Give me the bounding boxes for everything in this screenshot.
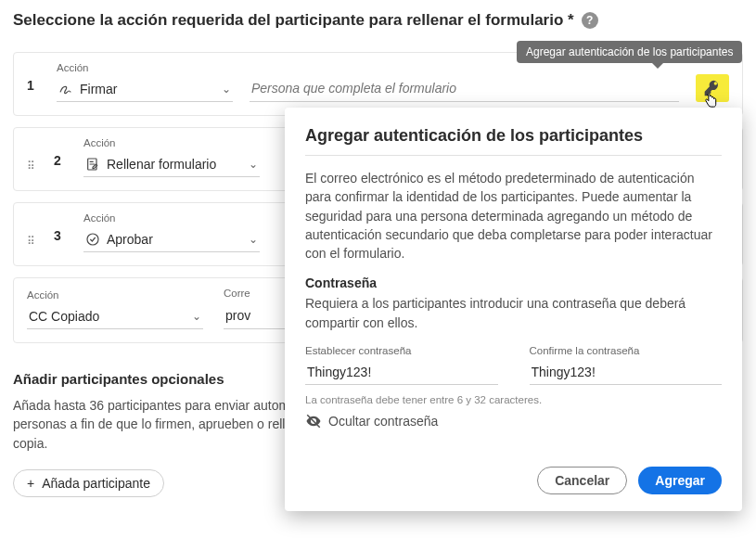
svg-point-1: [87, 234, 98, 245]
auth-tooltip: Agregar autenticación de los participant…: [517, 41, 742, 63]
add-participant-button[interactable]: + Añada participante: [13, 469, 164, 497]
cancel-button[interactable]: Cancelar: [537, 467, 627, 494]
action-value: Firmar: [80, 82, 117, 96]
password-hint: La contraseña debe tener entre 6 y 32 ca…: [305, 394, 722, 405]
approve-icon: [85, 232, 100, 247]
chevron-down-icon: ⌄: [192, 310, 201, 323]
action-select[interactable]: Rellenar formulario ⌄: [83, 152, 260, 177]
row-number: 3: [54, 228, 67, 252]
auth-key-button[interactable]: [696, 74, 729, 102]
eye-off-icon: [305, 413, 322, 429]
add-participant-label: Añada participante: [42, 476, 150, 491]
chevron-down-icon: ⌄: [249, 158, 258, 171]
set-password-label: Establecer contraseña: [305, 345, 498, 356]
hide-password-toggle[interactable]: Ocultar contraseña: [305, 413, 438, 429]
action-select[interactable]: CC Copiado ⌄: [27, 304, 203, 329]
participant-input[interactable]: [250, 75, 679, 102]
action-label: Acción: [27, 289, 203, 301]
form-fill-icon: [85, 157, 100, 172]
action-label: Acción: [57, 62, 233, 73]
confirm-password-input[interactable]: [530, 360, 723, 385]
row-number: 2: [54, 153, 67, 177]
action-value: Rellenar formulario: [107, 157, 216, 172]
action-select[interactable]: Firmar ⌄: [57, 77, 233, 102]
chevron-down-icon: ⌄: [222, 83, 231, 96]
action-select[interactable]: Aprobar ⌄: [83, 227, 260, 252]
drag-handle-icon[interactable]: ⠿: [27, 239, 37, 252]
divider: [305, 155, 722, 156]
chevron-down-icon: ⌄: [249, 233, 258, 246]
page-title: Seleccione la acción requerida del parti…: [13, 11, 574, 30]
password-description: Requiera a los participantes introducir …: [305, 294, 722, 332]
auth-dialog: Agregar autenticación de los participant…: [285, 108, 742, 511]
action-value: CC Copiado: [29, 309, 99, 324]
action-value: Aprobar: [107, 232, 153, 247]
row-number: 1: [27, 78, 40, 102]
action-label: Acción: [83, 137, 260, 148]
action-label: Acción: [83, 212, 260, 224]
set-password-input[interactable]: [305, 360, 498, 385]
drag-handle-icon[interactable]: ⠿: [27, 164, 37, 177]
dialog-body: El correo electrónico es el método prede…: [305, 169, 722, 263]
hide-password-label: Ocultar contraseña: [328, 414, 438, 429]
password-heading: Contraseña: [305, 275, 722, 290]
add-button[interactable]: Agregar: [638, 467, 722, 494]
dialog-title: Agregar autenticación de los participant…: [305, 126, 722, 146]
plus-icon: +: [27, 476, 34, 491]
sign-icon: [58, 82, 73, 96]
confirm-password-label: Confirme la contraseña: [530, 345, 723, 356]
help-icon[interactable]: ?: [582, 12, 598, 29]
